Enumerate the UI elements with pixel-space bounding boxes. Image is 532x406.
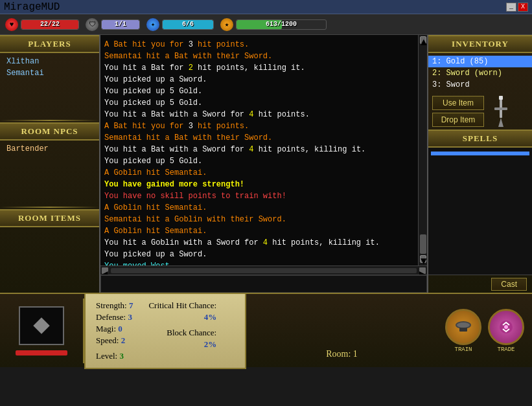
room-items-list (0, 227, 99, 293)
xp-group: ★ 613/1200 (220, 18, 327, 31)
inventory-item-sword[interactable]: 3: Sword (428, 79, 532, 91)
chat-message: You have gained more strength! (104, 179, 414, 190)
chat-message: You hit a Bat with a Sword for 4 hit poi… (104, 144, 414, 155)
npc-item[interactable]: Bartender (4, 143, 95, 155)
avatar-icon (33, 317, 49, 333)
hp-bar: 22/22 (21, 19, 79, 30)
inventory-header: INVENTORY (428, 35, 532, 53)
train-group: TRAIN (445, 309, 481, 353)
chat-input-row (100, 275, 427, 293)
svg-marker-2 (498, 118, 503, 127)
shield-icon: 🛡 (86, 18, 98, 31)
spells-content (428, 148, 532, 275)
players-header: PLAYERS (0, 35, 99, 53)
svg-point-8 (504, 325, 508, 329)
drop-item-button[interactable]: Drop Item (432, 113, 484, 127)
chat-message: You moved West. (104, 260, 414, 265)
svg-rect-3 (499, 96, 503, 100)
chat-message: Semantai hit a Bat with their Sword. (104, 51, 414, 62)
h-scroll-arrow-right[interactable]: ▶ (419, 267, 426, 274)
chat-message: A Goblin hit Semantai. (104, 202, 414, 214)
crit-val: 4% (148, 312, 216, 322)
status-bars: ♥ 22/22 🛡 1/1 ✦ 6/6 ★ 613/1200 (0, 14, 532, 35)
chat-scrollbar[interactable]: ▲ ▼ (418, 35, 427, 265)
center-panel: A Bat hit you for 3 hit points. Semantai… (100, 35, 428, 293)
svg-rect-1 (494, 107, 507, 110)
player-item[interactable]: Semantai (4, 67, 95, 79)
mp-group: 🛡 1/1 (86, 18, 140, 31)
trade-icon (498, 319, 515, 335)
sp-bar: 6/6 (162, 19, 214, 30)
sp-group: ✦ 6/6 (146, 18, 214, 31)
speed-stat: Speed: 2 (96, 335, 133, 346)
window-title: MirageMUD (4, 1, 60, 13)
trade-button[interactable] (488, 309, 524, 345)
h-scrollbar: ◀ ▶ (100, 265, 427, 275)
player-item[interactable]: Xlithan (4, 56, 95, 67)
hp-bar-text: 22/22 (21, 20, 78, 29)
chat-message: You picked up a Sword. (104, 249, 414, 260)
chat-area[interactable]: A Bat hit you for 3 hit points. Semantai… (100, 35, 427, 265)
defense-stat: Defense: 3 (96, 312, 133, 322)
avatar-box (19, 306, 64, 345)
spells-header: SPELLS (428, 130, 532, 148)
mp-bar: 1/1 (101, 19, 140, 30)
magi-stat: Magi: 0 (96, 324, 133, 334)
crit-label: Critical Hit Chance: (148, 300, 216, 311)
stats-box: Strength: 7 Defense: 3 Magi: 0 Speed: 2 … (84, 293, 246, 369)
left-panel: PLAYERS Xlithan Semantai ROOM NPCS Barte… (0, 35, 100, 293)
inventory-item-sword-worn[interactable]: 2: Sword (worn) (428, 67, 532, 79)
panel-divider-2 (0, 207, 99, 208)
inventory-list: 1: Gold (85) 2: Sword (worn) 3: Sword (428, 53, 532, 93)
inventory-buttons: Use Item Drop Item (432, 96, 484, 127)
chat-message: A Bat hit you for 3 hit points. (104, 120, 414, 132)
chat-message: You hit a Bat with a Sword for 4 hit poi… (104, 109, 414, 120)
inventory-buttons-row: Use Item Drop Item (428, 93, 532, 130)
minimize-button[interactable]: _ (506, 3, 516, 12)
xp-bar-text: 613/1200 (237, 20, 326, 29)
chat-message: A Bat hit you for 3 hit points. (104, 39, 414, 51)
scroll-arrow-up[interactable]: ▲ (420, 36, 426, 44)
spells-bar (431, 152, 529, 155)
close-button[interactable]: X (518, 3, 528, 12)
chat-message: Semantai hit a Goblin with their Sword. (104, 214, 414, 225)
sword-icon (492, 96, 510, 127)
anvil-icon (454, 320, 472, 334)
h-scroll-track (111, 268, 417, 273)
chat-message: You hit a Bat for 2 hit points, killing … (104, 62, 414, 74)
chat-message: A Goblin hit Semantai. (104, 167, 414, 179)
avatar-area (0, 299, 84, 363)
panel-divider-1 (0, 120, 99, 121)
use-item-button[interactable]: Use Item (432, 96, 484, 110)
main-area: PLAYERS Xlithan Semantai ROOM NPCS Barte… (0, 35, 532, 293)
h-scroll-arrow-left[interactable]: ◀ (102, 267, 108, 274)
star-icon: ★ (220, 18, 233, 31)
block-label: Block Chance: (148, 328, 216, 338)
cast-button[interactable]: Cast (491, 278, 527, 291)
room-items-header: ROOM ITEMS (0, 209, 99, 227)
window-controls: _ X (506, 3, 528, 12)
scroll-arrow-down[interactable]: ▼ (420, 255, 426, 263)
avatar-health-bar (16, 350, 67, 355)
chat-message: You hit a Goblin with a Sword for 4 hit … (104, 237, 414, 249)
chat-message: A Goblin hit Semantai. (104, 225, 414, 237)
svg-point-6 (457, 322, 470, 328)
room-npcs-header: ROOM NPCS (0, 122, 99, 141)
stats-col-right: Critical Hit Chance: 4% Block Chance: 2% (148, 300, 216, 361)
chat-input[interactable] (100, 275, 427, 293)
strength-stat: Strength: 7 (96, 300, 133, 311)
chat-message: You have no skill points to train with! (104, 190, 414, 202)
heart-icon: ♥ (5, 18, 18, 31)
level-stat: Level: 3 (96, 351, 133, 361)
svg-rect-5 (459, 328, 467, 332)
hp-group: ♥ 22/22 (5, 18, 79, 31)
chat-message: You picked up a Sword. (104, 74, 414, 85)
chat-message: Semantai hit a Bat with their Sword. (104, 132, 414, 144)
players-list: Xlithan Semantai (0, 53, 99, 118)
titlebar: MirageMUD _ X (0, 0, 532, 14)
train-button[interactable] (445, 309, 481, 345)
trade-group: TRADE (488, 309, 524, 353)
scroll-thumb[interactable] (420, 234, 426, 254)
sp-bar-text: 6/6 (163, 20, 213, 29)
inventory-item-gold[interactable]: 1: Gold (85) (428, 56, 532, 67)
